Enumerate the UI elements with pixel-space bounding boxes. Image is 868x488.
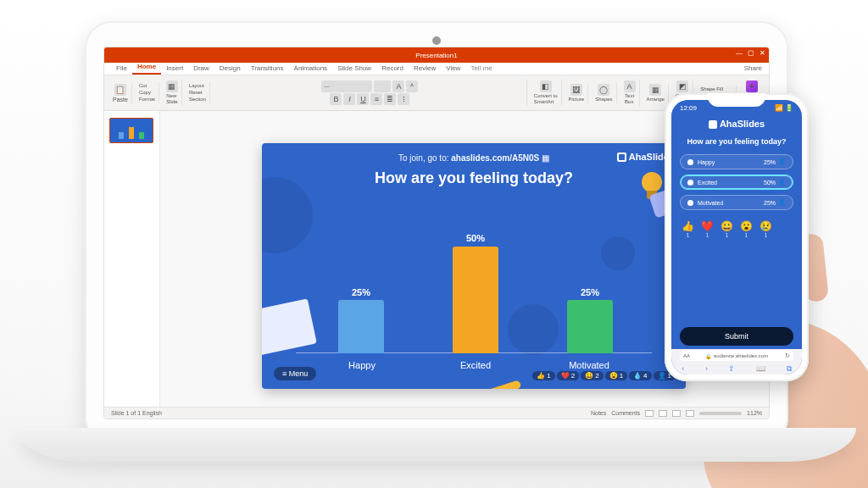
- reaction-wow[interactable]: 😮1: [605, 371, 627, 380]
- convert-smartart-button[interactable]: ◧ Convert to SmartArt: [531, 80, 562, 106]
- reaction-smile[interactable]: 😀2: [581, 371, 603, 380]
- new-slide-button[interactable]: ▦ New Slide: [163, 80, 182, 106]
- tab-design[interactable]: Design: [214, 63, 246, 75]
- new-slide-icon: ▦: [166, 80, 178, 92]
- bar-label-motivated: Motivated: [555, 360, 623, 370]
- picture-icon: 🖼: [570, 84, 582, 96]
- textbox-icon: A: [624, 80, 636, 92]
- tab-insert[interactable]: Insert: [161, 63, 188, 75]
- textbox-button[interactable]: AText Box: [620, 80, 640, 106]
- numbering-button[interactable]: ≣: [384, 93, 396, 105]
- slide-menu-button[interactable]: ≡ Menu: [274, 367, 316, 380]
- tab-review[interactable]: Review: [409, 63, 441, 75]
- tab-transitions[interactable]: Transitions: [246, 63, 289, 75]
- option-motivated[interactable]: Motivated 25%👤: [680, 195, 793, 210]
- share-button[interactable]: Share: [744, 64, 762, 72]
- new-slide-label: New Slide: [166, 93, 177, 105]
- emoji-like[interactable]: 👍1: [682, 220, 694, 238]
- convert-label: Convert to SmartArt: [534, 93, 558, 105]
- option-pct: 25%: [764, 200, 776, 206]
- emoji-smile[interactable]: 😀1: [721, 220, 733, 238]
- textbox-label: Text Box: [625, 93, 634, 105]
- align-button[interactable]: ⫶: [398, 93, 409, 105]
- bold-button[interactable]: B: [330, 93, 342, 105]
- bar-value-motivated: 25%: [567, 287, 613, 297]
- section-button[interactable]: Section: [189, 97, 206, 103]
- arrange-button[interactable]: ▦Arrange: [643, 83, 669, 103]
- window-minimize-button[interactable]: —: [736, 49, 743, 57]
- layout-button[interactable]: Layout: [189, 83, 204, 89]
- clipboard-icon: 📋: [114, 84, 126, 96]
- document-title: Presentation1: [415, 52, 457, 59]
- pencil-decor-icon: [482, 380, 522, 389]
- underline-button[interactable]: U: [357, 93, 369, 105]
- refresh-icon[interactable]: ↻: [785, 352, 790, 359]
- nav-bookmarks[interactable]: 📖: [756, 364, 765, 373]
- arrange-label: Arrange: [647, 97, 665, 103]
- emoji-heart[interactable]: ❤️1: [701, 220, 714, 238]
- font-selector[interactable]: —: [321, 80, 372, 92]
- increase-font-button[interactable]: A: [392, 80, 404, 92]
- tab-home[interactable]: Home: [132, 61, 161, 75]
- option-label: Motivated: [698, 200, 723, 206]
- phone-mockup: 12:09 📶 🔋 AhaSlides How are you feeling …: [665, 93, 809, 381]
- reset-button[interactable]: Reset: [189, 90, 203, 96]
- tab-draw[interactable]: Draw: [188, 63, 214, 75]
- bullets-button[interactable]: ≡: [370, 93, 382, 105]
- arrange-icon: ▦: [649, 84, 661, 96]
- paste-button[interactable]: 📋 Paste: [109, 83, 132, 103]
- option-happy[interactable]: Happy 25%👤: [680, 154, 793, 169]
- decrease-font-button[interactable]: ᴬ: [406, 80, 418, 92]
- phone-signal-icons: 📶 🔋: [775, 104, 793, 112]
- user-icon: 👤: [778, 158, 786, 165]
- bar-value-happy: 25%: [338, 287, 384, 297]
- shape-fill-button[interactable]: Shape Fill: [700, 86, 723, 92]
- shapes-button[interactable]: ◯Shapes: [592, 83, 616, 103]
- format-painter-button[interactable]: Format: [139, 97, 155, 103]
- copy-button[interactable]: Copy: [139, 90, 151, 96]
- option-label: Happy: [698, 159, 715, 165]
- user-icon: 👤: [778, 199, 786, 206]
- tab-file[interactable]: File: [111, 63, 132, 75]
- phone-notch: [708, 93, 765, 107]
- reaction-like[interactable]: 👍1: [532, 371, 554, 380]
- reaction-tear[interactable]: 💧4: [629, 371, 651, 380]
- nav-share[interactable]: ⇪: [728, 364, 735, 373]
- picture-button[interactable]: 🖼Picture: [565, 83, 589, 103]
- tab-view[interactable]: View: [441, 63, 465, 75]
- option-pct: 50%: [764, 180, 776, 186]
- safari-url-bar[interactable]: AA 🔒 audience.ahaslides.com ↻: [680, 351, 793, 361]
- option-pct: 25%: [764, 159, 776, 165]
- webcam-icon: [432, 36, 441, 45]
- emoji-wow[interactable]: 😮1: [740, 220, 753, 238]
- slide-thumbnail-1[interactable]: [109, 118, 153, 143]
- submit-button[interactable]: Submit: [680, 327, 793, 346]
- nav-tabs[interactable]: ⧉: [787, 364, 792, 374]
- emoji-sad[interactable]: 😢1: [760, 220, 772, 238]
- text-size-button[interactable]: AA: [683, 353, 690, 358]
- tab-slideshow[interactable]: Slide Show: [332, 63, 376, 75]
- nav-forward[interactable]: ›: [705, 364, 708, 373]
- picture-label: Picture: [569, 97, 585, 103]
- nav-back[interactable]: ‹: [682, 364, 684, 373]
- user-icon: 👤: [778, 179, 786, 186]
- safari-nav-bar: ‹ › ⇪ 📖 ⧉: [671, 363, 802, 374]
- join-instruction: To join, go to: ahaslides.com/A5N0S ▦: [262, 153, 686, 163]
- tab-animations[interactable]: Animations: [289, 63, 333, 75]
- bar-label-happy: Happy: [328, 360, 396, 370]
- shapes-icon: ◯: [598, 84, 609, 96]
- bar-value-excited: 50%: [453, 233, 498, 243]
- cut-button[interactable]: Cut: [139, 83, 147, 89]
- window-close-button[interactable]: ✕: [760, 49, 765, 57]
- shapes-label: Shapes: [595, 97, 612, 103]
- tab-record[interactable]: Record: [376, 63, 409, 75]
- option-excited[interactable]: Excited 50%👤: [680, 175, 793, 190]
- window-titlebar: Presentation1 — ▢ ✕: [104, 47, 769, 63]
- tab-tellme[interactable]: Tell me: [465, 63, 497, 75]
- reaction-heart[interactable]: ❤️2: [557, 371, 579, 380]
- window-maximize-button[interactable]: ▢: [748, 49, 754, 57]
- paste-label: Paste: [113, 97, 128, 103]
- font-size-selector[interactable]: [374, 80, 391, 92]
- poll-question: How are you feeling today?: [262, 169, 686, 187]
- italic-button[interactable]: I: [343, 93, 355, 105]
